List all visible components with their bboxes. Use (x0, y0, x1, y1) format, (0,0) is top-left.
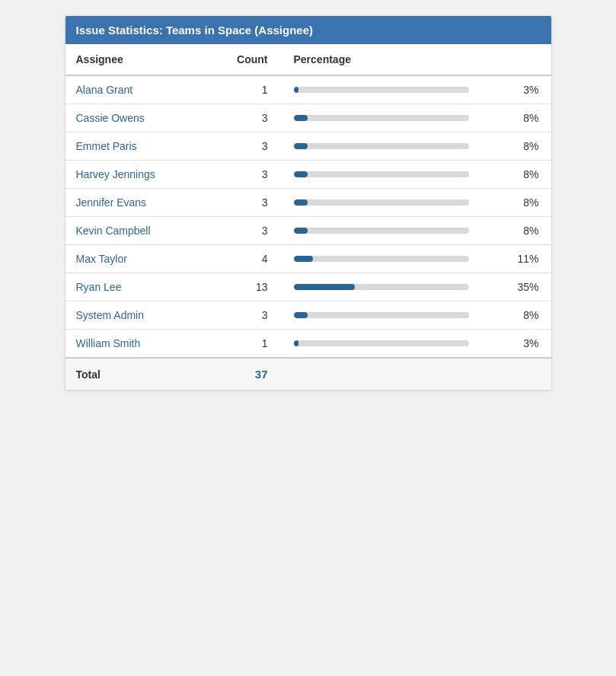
widget-title: Issue Statistics: Teams in Space (Assign… (76, 24, 314, 37)
bar-track (294, 87, 469, 93)
cell-assignee[interactable]: System Admin (65, 301, 218, 330)
bar-fill (294, 87, 299, 93)
cell-bar (279, 132, 507, 161)
cell-bar (279, 189, 507, 217)
widget-container: Issue Statistics: Teams in Space (Assign… (65, 15, 552, 391)
bar-wrapper (294, 256, 500, 262)
cell-percentage: 35% (506, 273, 551, 301)
table-row: Kevin Campbell38% (65, 217, 551, 245)
widget-header: Issue Statistics: Teams in Space (Assign… (65, 16, 551, 44)
cell-assignee[interactable]: Harvey Jennings (65, 161, 218, 189)
cell-percentage: 11% (506, 245, 551, 273)
cell-percentage: 8% (506, 301, 551, 330)
bar-wrapper (294, 312, 500, 318)
table-container: Assignee Count Percentage Alana Grant13%… (65, 44, 551, 390)
table-footer-row: Total 37 (65, 358, 551, 390)
bar-wrapper (294, 228, 500, 234)
table-row: System Admin38% (65, 301, 551, 330)
bar-wrapper (294, 87, 500, 93)
footer-count: 37 (218, 358, 279, 390)
bar-wrapper (294, 115, 500, 121)
bar-fill (294, 256, 313, 262)
bar-track (294, 143, 469, 149)
cell-assignee[interactable]: Alana Grant (65, 75, 218, 104)
cell-count: 3 (218, 161, 279, 189)
bar-track (294, 340, 469, 346)
table-row: Jennifer Evans38% (65, 189, 551, 217)
col-header-count: Count (218, 44, 279, 75)
cell-count: 3 (218, 301, 279, 330)
bar-track (294, 228, 469, 234)
bar-wrapper (294, 199, 500, 206)
cell-count: 3 (218, 217, 279, 245)
cell-count: 4 (218, 245, 279, 273)
cell-assignee[interactable]: Emmet Paris (65, 132, 218, 161)
bar-fill (294, 171, 308, 177)
table-row: Harvey Jennings38% (65, 161, 551, 189)
bar-fill (294, 115, 308, 121)
cell-bar (279, 245, 507, 273)
bar-wrapper (294, 340, 500, 346)
cell-percentage: 8% (506, 217, 551, 245)
cell-bar (279, 104, 507, 132)
cell-assignee[interactable]: Jennifer Evans (65, 189, 218, 217)
footer-label: Total (65, 358, 218, 390)
cell-percentage: 8% (506, 189, 551, 217)
bar-wrapper (294, 284, 500, 290)
col-header-percentage: Percentage (279, 44, 551, 75)
cell-count: 1 (218, 330, 279, 359)
cell-count: 3 (218, 132, 279, 161)
cell-bar (279, 301, 507, 330)
bar-wrapper (294, 143, 500, 149)
table-row: Emmet Paris38% (65, 132, 551, 161)
cell-bar (279, 330, 507, 359)
bar-wrapper (294, 171, 500, 177)
table-row: William Smith13% (65, 330, 551, 359)
cell-assignee[interactable]: Kevin Campbell (65, 217, 218, 245)
cell-count: 3 (218, 104, 279, 132)
footer-empty (279, 358, 551, 390)
cell-count: 1 (218, 75, 279, 104)
bar-track (294, 171, 469, 177)
table-header-row: Assignee Count Percentage (65, 44, 551, 75)
cell-percentage: 3% (506, 75, 551, 104)
cell-bar (279, 217, 507, 245)
bar-track (294, 284, 469, 290)
bar-fill (294, 284, 356, 290)
cell-percentage: 8% (506, 132, 551, 161)
bar-track (294, 312, 469, 318)
cell-bar (279, 161, 507, 189)
cell-percentage: 8% (506, 104, 551, 132)
bar-track (294, 199, 469, 206)
bar-fill (294, 312, 308, 318)
bar-fill (294, 143, 308, 149)
bar-track (294, 115, 469, 121)
bar-fill (294, 199, 308, 206)
cell-percentage: 3% (506, 330, 551, 359)
cell-assignee[interactable]: Cassie Owens (65, 104, 218, 132)
cell-assignee[interactable]: Max Taylor (65, 245, 218, 273)
bar-fill (294, 228, 308, 234)
table-row: Alana Grant13% (65, 75, 551, 104)
cell-assignee[interactable]: Ryan Lee (65, 273, 218, 301)
cell-count: 13 (218, 273, 279, 301)
cell-bar (279, 273, 507, 301)
stats-table: Assignee Count Percentage Alana Grant13%… (65, 44, 551, 390)
table-row: Max Taylor411% (65, 245, 551, 273)
table-row: Ryan Lee1335% (65, 273, 551, 301)
cell-percentage: 8% (506, 161, 551, 189)
cell-assignee[interactable]: William Smith (65, 330, 218, 359)
cell-count: 3 (218, 189, 279, 217)
table-row: Cassie Owens38% (65, 104, 551, 132)
col-header-assignee: Assignee (65, 44, 218, 75)
bar-fill (294, 340, 299, 346)
cell-bar (279, 75, 507, 104)
bar-track (294, 256, 469, 262)
